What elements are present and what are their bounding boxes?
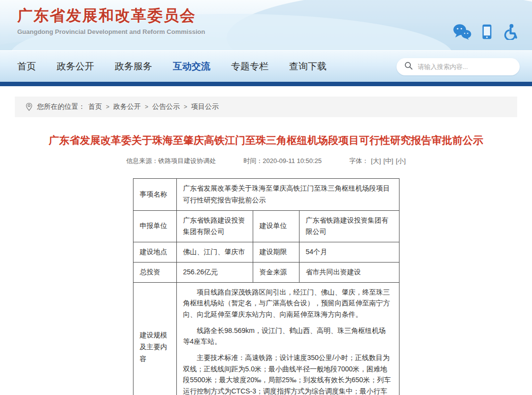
breadcrumb: 您所在的位置： 首页 > 政务公开 > 公告公示 > 项目公示 bbox=[15, 97, 517, 117]
site-title-cn: 广东省发展和改革委员会 bbox=[17, 5, 205, 26]
article-title: 广东省发展改革委关于珠海至肇庆高铁江门至珠三角枢纽机场段项目可行性研究报告审批前… bbox=[24, 133, 508, 147]
accessibility-icon[interactable] bbox=[502, 24, 518, 40]
label-funding-source: 资金来源 bbox=[253, 262, 299, 282]
article-source: 信息来源：铁路项目建设协调处 bbox=[126, 157, 216, 165]
table-row: 申报单位 广东省铁路建设投资集团有限公司 建设单位 广东省铁路建设投资集团有限公… bbox=[133, 210, 399, 242]
main-nav: 首页 政务公开 政务服务 互动交流 专题专栏 查询下载 bbox=[0, 50, 532, 82]
scale-paragraph-route: 项目线路自深茂铁路区间引出，经江门、佛山、肇庆，终至珠三角枢纽机场站（暂定名，与… bbox=[183, 287, 393, 320]
label-total-investment: 总投资 bbox=[133, 262, 176, 282]
table-row: 总投资 256.26亿元 资金来源 省市共同出资建设 bbox=[133, 262, 399, 282]
nav-item-downloads[interactable]: 查询下载 bbox=[289, 60, 327, 73]
nav-item-gov-services[interactable]: 政务服务 bbox=[115, 60, 152, 73]
breadcrumb-link-announcements[interactable]: 公告公示 bbox=[152, 102, 180, 111]
wechat-icon[interactable] bbox=[453, 24, 471, 40]
table-row: 事项名称 广东省发展改革委关于珠海至肇庆高铁江门至珠三角枢纽机场段项目可行性研究… bbox=[133, 179, 399, 211]
table-row: 建设规模及主要内容 项目线路自深茂铁路区间引出，经江门、佛山、肇庆，终至珠三角枢… bbox=[133, 282, 399, 395]
value-construction-unit: 广东省铁路建设投资集团有限公司 bbox=[299, 210, 399, 242]
value-scale-and-content: 项目线路自深茂铁路区间引出，经江门、佛山、肇庆，终至珠三角枢纽机场站（暂定名，与… bbox=[176, 282, 399, 395]
value-item-name: 广东省发展改革委关于珠海至肇庆高铁江门至珠三角枢纽机场段项目可行性研究报告审批前… bbox=[176, 179, 399, 211]
label-location: 建设地点 bbox=[133, 242, 176, 263]
breadcrumb-link-project-publicity[interactable]: 项目公示 bbox=[191, 102, 219, 111]
mobile-icon[interactable] bbox=[482, 24, 492, 39]
value-applicant: 广东省铁路建设投资集团有限公司 bbox=[176, 210, 253, 242]
search-input[interactable] bbox=[418, 63, 514, 70]
breadcrumb-separator: > bbox=[184, 103, 187, 110]
value-total-investment: 256.26亿元 bbox=[176, 262, 253, 282]
site-header: 广东省发展和改革委员会 Guangdong Provincial Develop… bbox=[0, 0, 532, 50]
scale-paragraph-length-stations: 线路全长98.569km，设江门、鹤山西、高明、珠三角枢纽机场等4座车站。 bbox=[183, 325, 393, 347]
breadcrumb-link-gov-info[interactable]: 政务公开 bbox=[113, 102, 141, 111]
location-pin-icon bbox=[26, 102, 33, 111]
search-box[interactable] bbox=[397, 58, 520, 75]
label-item-name: 事项名称 bbox=[133, 179, 176, 211]
label-scale-and-content: 建设规模及主要内容 bbox=[133, 282, 176, 395]
site-title-en: Guangdong Provincial Development and Ref… bbox=[17, 28, 205, 35]
font-size-small-button[interactable]: [小] bbox=[396, 157, 405, 165]
site-logo[interactable]: 广东省发展和改革委员会 Guangdong Provincial Develop… bbox=[17, 5, 205, 35]
font-size-controls: 字体： [大] [中] [小] bbox=[349, 157, 406, 165]
article-time: 时间：2020-09-11 10:50:25 bbox=[243, 157, 322, 165]
label-applicant: 申报单位 bbox=[133, 210, 176, 242]
font-size-label: 字体： bbox=[349, 157, 368, 165]
table-row: 建设地点 佛山、江门、肇庆市 建设期限 54个月 bbox=[133, 242, 399, 263]
value-funding-source: 省市共同出资建设 bbox=[299, 262, 399, 282]
value-duration: 54个月 bbox=[299, 242, 399, 263]
breadcrumb-prefix: 您所在的位置： bbox=[37, 102, 85, 111]
nav-item-special-topics[interactable]: 专题专栏 bbox=[231, 60, 268, 73]
nav-item-interaction[interactable]: 互动交流 bbox=[173, 60, 210, 73]
value-location: 佛山、江门、肇庆市 bbox=[176, 242, 253, 263]
label-duration: 建设期限 bbox=[253, 242, 299, 263]
scale-paragraph-tech-standards: 主要技术标准：高速铁路；设计速度350公里/小时；正线数目为双线；正线线间距为5… bbox=[183, 352, 393, 395]
nav-item-gov-info[interactable]: 政务公开 bbox=[57, 60, 94, 73]
header-icon-bar bbox=[453, 24, 518, 40]
font-size-medium-button[interactable]: [中] bbox=[383, 157, 393, 165]
nav-items: 首页 政务公开 政务服务 互动交流 专题专栏 查询下载 bbox=[0, 60, 327, 73]
article-meta: 信息来源：铁路项目建设协调处 时间：2020-09-11 10:50:25 字体… bbox=[0, 157, 532, 165]
font-size-large-button[interactable]: [大] bbox=[371, 157, 381, 165]
search-icon bbox=[404, 62, 413, 72]
breadcrumb-link-home[interactable]: 首页 bbox=[88, 102, 102, 111]
project-detail-table: 事项名称 广东省发展改革委关于珠海至肇庆高铁江门至珠三角枢纽机场段项目可行性研究… bbox=[133, 178, 399, 395]
nav-item-home[interactable]: 首页 bbox=[17, 60, 36, 73]
nav-bottom-divider bbox=[0, 82, 532, 86]
label-construction-unit: 建设单位 bbox=[253, 210, 299, 242]
breadcrumb-separator: > bbox=[145, 103, 148, 110]
breadcrumb-separator: > bbox=[106, 103, 109, 110]
